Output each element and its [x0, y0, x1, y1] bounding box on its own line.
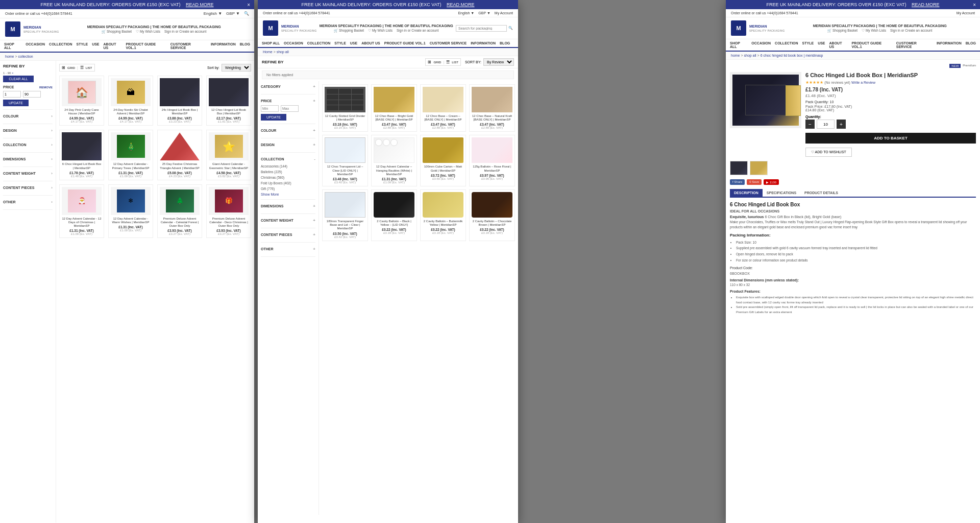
left-grid-view[interactable]: ⊞ [62, 65, 65, 70]
center-contentpieces-title[interactable]: CONTENT PIECES + [261, 232, 315, 237]
center-grid-label[interactable]: GRID [433, 61, 441, 64]
center-nav-customer[interactable]: CUSTOMER SERVICE [430, 41, 467, 45]
center-nav-about[interactable]: ABOUT US [361, 41, 380, 45]
right-qty-input[interactable] [817, 120, 835, 129]
right-write-review[interactable]: Write a Review [851, 81, 875, 84]
table-row[interactable]: 🏔 24-Day Nordic Ski Chalet Advent | Meri… [108, 76, 153, 126]
right-qty-plus[interactable]: + [837, 120, 846, 129]
table-row[interactable]: 12 Choc Base – Bright Gold [BASE ONLY] |… [371, 84, 417, 132]
left-wishlist[interactable]: ♡ My Wish Lists [136, 30, 160, 34]
left-dimensions-title[interactable]: DIMENSIONS › [3, 157, 53, 161]
right-save-share[interactable]: 0 Save [747, 179, 762, 185]
center-nav-shopall[interactable]: SHOP ALL [262, 41, 280, 45]
right-nav-info[interactable]: INFORMATION [937, 41, 962, 49]
right-nav-about[interactable]: ABOUT US [829, 41, 848, 49]
table-row[interactable]: 24c Hinged Lid Book Box | MeridianSP £3.… [157, 76, 202, 126]
center-wishlist[interactable]: ♡ My Wish Lists [368, 29, 393, 33]
list-item[interactable]: Fold Up Boxes (402) [261, 180, 315, 186]
left-nav-blog[interactable]: BLOG [240, 42, 250, 50]
left-signin[interactable]: Sign in or Create an account [164, 30, 206, 34]
center-nav-occasion[interactable]: OCCASION [284, 41, 303, 45]
left-contentpieces-title[interactable]: CONTENT PIECES › [3, 185, 53, 190]
table-row[interactable]: ❄ 12 Day Advent Calendar - Warm Wishes |… [108, 184, 153, 239]
left-price-remove[interactable]: Remove [39, 86, 53, 89]
center-account[interactable]: My Account [495, 11, 513, 15]
right-nav-style[interactable]: STYLE [802, 41, 814, 49]
right-basket[interactable]: 🛒 Shopping Basket [827, 29, 857, 33]
right-add-to-wishlist[interactable]: ♡ ADD TO WISHLIST [805, 148, 852, 157]
center-colour-title[interactable]: COLOUR + [261, 128, 315, 133]
right-yt-share[interactable]: ▶ 1100 [764, 179, 779, 185]
right-account[interactable]: My Account [957, 11, 975, 15]
table-row[interactable]: 12 Choc Base – Natural Kraft [BASE ONLY]… [469, 84, 515, 132]
center-category-title[interactable]: CATEGORY + [261, 84, 315, 89]
table-row[interactable]: ⭐ Giant Advent Calendar - Geometric Star… [206, 130, 251, 180]
table-row[interactable]: 12 Choc Transparent Lid – Clear [LID ONL… [322, 135, 368, 186]
table-row[interactable]: 25 Day Festive Christmas Triangle Advent… [157, 130, 202, 180]
list-item[interactable]: Christmas (580) [261, 175, 315, 180]
center-search-icon[interactable]: 🔍 [508, 26, 513, 30]
left-nav-info[interactable]: INFORMATION [211, 42, 236, 50]
center-show-more[interactable]: Show More [261, 193, 315, 196]
table-row[interactable]: 125g Ballotin – Rose Floral | MeridianSP… [469, 135, 515, 186]
center-basket[interactable]: 🛒 Shopping Basket [334, 29, 364, 33]
center-nav-guide[interactable]: PRODUCT GUIDE VOL.1 [384, 41, 426, 45]
right-thumb-1[interactable] [730, 161, 748, 175]
right-nav-blog[interactable]: BLOG [966, 41, 976, 49]
table-row[interactable]: 2 Cavity Ballotin – Buttermilk Yellow | … [420, 189, 466, 241]
right-nav-use[interactable]: USE [818, 41, 825, 49]
right-nav-guide[interactable]: PRODUCT GUIDE VOL.1 [851, 41, 892, 49]
left-clear-all[interactable]: CLEAR ALL [3, 76, 34, 82]
center-list-label[interactable]: LIST [452, 61, 458, 64]
right-bc-shopall[interactable]: shop all [744, 54, 756, 57]
center-signin[interactable]: Sign in or Create an account [397, 29, 438, 33]
center-nav-info[interactable]: INFORMATION [471, 41, 496, 45]
center-banner-link[interactable]: READ MORE [447, 2, 475, 7]
center-nav-style[interactable]: STYLE [334, 41, 346, 45]
right-tab-specs[interactable]: SPECIFICATIONS [763, 189, 800, 197]
center-price-max[interactable] [281, 105, 299, 112]
center-price-title[interactable]: PRICE + [261, 99, 315, 103]
table-row[interactable]: 2 Cavity Ballotin – Chocolate Brown | Me… [469, 189, 515, 241]
left-nav-use[interactable]: USE [92, 42, 99, 50]
left-sort-select[interactable]: Weighting [222, 64, 251, 72]
left-contentweight-title[interactable]: CONTENT WEIGHT › [3, 171, 53, 176]
right-bc-home[interactable]: home [731, 54, 740, 57]
center-nav-collection[interactable]: COLLECTION [307, 41, 331, 45]
table-row[interactable]: 🎄 12 Day Advent Calendar - Primary Trees… [108, 130, 153, 180]
center-currency[interactable]: GBP ▼ [478, 11, 491, 15]
list-item[interactable]: Accessories (144) [261, 163, 315, 169]
left-colour-title[interactable]: COLOUR › [3, 114, 53, 118]
right-nav-customer[interactable]: CUSTOMER SERVICE [896, 41, 933, 49]
left-design-title[interactable]: DESIGN › [3, 128, 53, 133]
table-row[interactable]: 12 Choc Base – Cream – [BASE ONLY] | Mer… [420, 84, 466, 132]
right-nav-collection[interactable]: COLLECTION [775, 41, 798, 49]
right-banner-link[interactable]: READ MORE [912, 2, 940, 7]
right-tab-description[interactable]: DESCRIPTION [730, 189, 763, 197]
left-price-min[interactable] [3, 91, 21, 98]
right-signin[interactable]: Sign in or Create an account [890, 29, 932, 33]
left-nav-about[interactable]: ABOUT US [104, 42, 122, 50]
table-row[interactable]: 🎁 Premium Deluxe Advent Calendar - Deco … [206, 184, 251, 239]
right-nav-shopall[interactable]: SHOP ALL [730, 41, 747, 49]
center-nav-use[interactable]: USE [350, 41, 357, 45]
center-list-view[interactable]: ☰ [446, 60, 450, 64]
center-search-input[interactable] [456, 25, 507, 32]
center-nav-blog[interactable]: BLOG [500, 41, 510, 45]
left-banner-link[interactable]: READ MORE [186, 2, 214, 7]
center-collection-title[interactable]: COLLECTION - [261, 157, 315, 161]
left-lang[interactable]: English ▼ [204, 11, 222, 16]
table-row[interactable]: 12 Choc Hinged Lid Book Box | MeridianSP… [206, 76, 251, 126]
left-currency[interactable]: GBP ▼ [226, 11, 240, 16]
table-row[interactable]: 12 Cavity Slotted Grid Divider | Meridia… [322, 84, 368, 132]
left-bc-collection[interactable]: collection [18, 55, 33, 58]
center-design-title[interactable]: DESIGN + [261, 142, 315, 147]
center-price-min[interactable] [261, 105, 279, 112]
center-bc-shopall[interactable]: shop all [277, 50, 289, 54]
right-banner-close[interactable]: × [973, 2, 976, 8]
left-collection-title[interactable]: CoLLEcTiON › [3, 142, 53, 147]
left-price-update[interactable]: UPDATE [3, 100, 29, 106]
left-nav-customer[interactable]: CUSTOMER SERVICE [170, 42, 207, 50]
left-grid-label[interactable]: GRID [67, 66, 75, 69]
center-bc-home[interactable]: Home [263, 50, 273, 54]
